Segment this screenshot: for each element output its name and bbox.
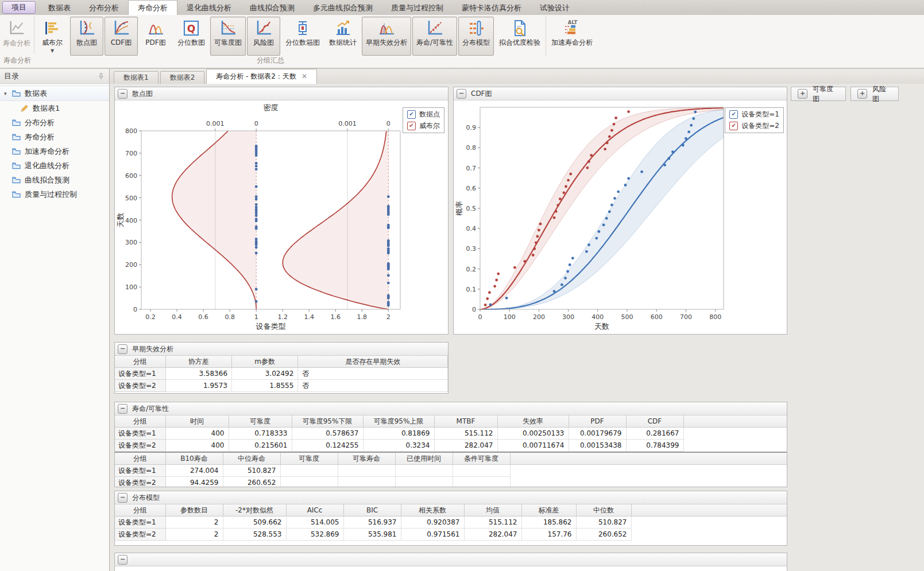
document-tab-1[interactable]: 数据表1 bbox=[114, 71, 158, 84]
menu-tab-2[interactable]: 分布分析 bbox=[80, 1, 128, 15]
table-header-cell: 中位数 bbox=[576, 504, 631, 516]
collapse-button[interactable]: − bbox=[118, 89, 127, 99]
ribbon-button-label: 早期失效分析 bbox=[366, 38, 407, 48]
collapse-button[interactable]: − bbox=[118, 493, 127, 503]
life-rel-icon bbox=[426, 19, 444, 37]
menu-tab-3[interactable]: 寿命分析 bbox=[128, 0, 177, 15]
close-tab-icon[interactable]: ✕ bbox=[301, 69, 307, 84]
risk-icon bbox=[254, 19, 273, 37]
sidebar-item-3[interactable]: 分布分析 bbox=[0, 115, 109, 130]
dropdown-caret-icon: ▼ bbox=[51, 49, 54, 53]
svg-text:1.8: 1.8 bbox=[357, 313, 368, 321]
document-tab-3[interactable]: 寿命分析 - 数据表2：天数✕ bbox=[206, 69, 317, 84]
cdf-panel: − CDF图 00.10.20.30.40.50.60.70.80.901002… bbox=[453, 87, 787, 335]
ribbon-button-reliability[interactable]: 可靠度图 bbox=[210, 17, 246, 56]
menu-tab-4[interactable]: 退化曲线分析 bbox=[177, 1, 241, 15]
sidebar-item-8[interactable]: 质量与过程控制 bbox=[0, 187, 109, 201]
dist-model-title: 分布模型 bbox=[132, 493, 160, 503]
ribbon-button-stats[interactable]: 数据统计 bbox=[325, 17, 361, 56]
svg-text:0.8: 0.8 bbox=[225, 313, 235, 321]
sidebar-item-2[interactable]: 数据表1 bbox=[0, 101, 109, 115]
menu-tab-8[interactable]: 蒙特卡洛仿真分析 bbox=[453, 1, 531, 15]
table-header-cell: 相关系数 bbox=[401, 504, 464, 516]
ribbon-button-quantile-box[interactable]: 分位数箱图 bbox=[281, 17, 324, 56]
folder-icon bbox=[11, 161, 21, 170]
table-header-cell: 时间 bbox=[165, 415, 229, 428]
ribbon-button-scatter[interactable]: 散点图 bbox=[70, 17, 103, 56]
table-cell bbox=[395, 465, 453, 477]
ribbon-button-cdf[interactable]: CDF图 bbox=[105, 17, 138, 56]
collapse-button[interactable]: − bbox=[118, 555, 127, 565]
sidebar-item-label: 数据表 bbox=[25, 88, 47, 99]
collapse-button[interactable]: − bbox=[118, 404, 127, 414]
ribbon-button-weibull[interactable]: 威布尔▼ bbox=[36, 17, 69, 56]
table-cell: 515.112 bbox=[434, 428, 497, 440]
expand-button[interactable]: + bbox=[798, 89, 807, 99]
ribbon-button-early-failure[interactable]: 早期失效分析 bbox=[362, 17, 411, 56]
table-header-cell: 可靠度 bbox=[229, 415, 292, 428]
svg-text:1.6: 1.6 bbox=[331, 313, 341, 321]
sidebar-item-label: 分布分析 bbox=[25, 118, 55, 128]
ribbon-button-pdf[interactable]: PDF图 bbox=[139, 17, 172, 56]
table-row: 设备类型=294.4259260.652 bbox=[115, 477, 787, 487]
scatter-panel: − 散点图 0.00100.00100100200300400500600700… bbox=[114, 87, 449, 335]
table-header-cell: 条件可靠度 bbox=[453, 452, 510, 465]
table-header-cell: CDF bbox=[626, 415, 683, 428]
menu-tab-1[interactable]: 数据表 bbox=[39, 1, 80, 15]
svg-text:200: 200 bbox=[125, 261, 137, 269]
ribbon-button-label: 数据统计 bbox=[329, 38, 357, 48]
ribbon-group-divider bbox=[546, 17, 546, 56]
risk-plot-collapsed[interactable]: + 风险图 bbox=[850, 87, 899, 101]
early-failure-icon bbox=[377, 19, 396, 37]
life-analysis-big-button[interactable]: 寿命分析 bbox=[1, 17, 33, 56]
folder-icon bbox=[11, 190, 21, 199]
sidebar-item-7[interactable]: 曲线拟合预测 bbox=[0, 173, 109, 187]
cdf-icon bbox=[112, 19, 130, 37]
ribbon-button-dist-model[interactable]: 分布模型 bbox=[458, 17, 494, 56]
ribbon-button-life-rel[interactable]: 寿命/可靠性 bbox=[412, 17, 457, 56]
ribbon-button-risk[interactable]: 风险图 bbox=[247, 17, 280, 56]
reliability-plot-collapsed[interactable]: + 可靠度图 bbox=[791, 87, 846, 101]
table-cell: 0.718333 bbox=[229, 428, 292, 440]
risk-plot-label: 风险图 bbox=[872, 84, 892, 104]
sidebar-item-4[interactable]: 寿命分析 bbox=[0, 130, 109, 144]
table-cell: 94.4259 bbox=[165, 477, 223, 487]
ribbon-footer: 寿命分析 分组汇总 bbox=[0, 56, 924, 66]
ribbon-button-alt[interactable]: ALT加速寿命分析 bbox=[547, 17, 597, 56]
collapse-button[interactable]: − bbox=[457, 89, 466, 99]
table-header-cell: 参数数目 bbox=[165, 504, 223, 516]
svg-text:0.4: 0.4 bbox=[466, 225, 477, 232]
goodness-icon bbox=[511, 19, 529, 37]
quantile-box-icon bbox=[293, 19, 312, 37]
sidebar-item-1[interactable]: ▾数据表 bbox=[0, 86, 109, 101]
legend-checkbox[interactable]: ✔ bbox=[407, 110, 416, 119]
sidebar-item-5[interactable]: 加速寿命分析 bbox=[0, 144, 109, 158]
ribbon-button-goodness[interactable]: 拟合优度检验 bbox=[495, 17, 544, 56]
table-cell: 3.02492 bbox=[232, 368, 298, 380]
table-header-cell: 分组 bbox=[115, 452, 165, 465]
scatter-legend: ✔数据点✔威布尔 bbox=[403, 107, 444, 133]
legend-checkbox[interactable]: ✔ bbox=[407, 122, 416, 130]
document-tab-2[interactable]: 数据表2 bbox=[160, 71, 205, 84]
legend-checkbox[interactable]: ✔ bbox=[729, 122, 738, 130]
menu-tab-6[interactable]: 多元曲线拟合预测 bbox=[304, 1, 382, 15]
tree-expand-caret-icon[interactable]: ▾ bbox=[4, 91, 11, 96]
menu-tab-5[interactable]: 曲线拟合预测 bbox=[241, 1, 304, 15]
expand-button[interactable]: + bbox=[857, 89, 867, 99]
table-cell: 535.981 bbox=[343, 529, 401, 541]
table-cell: 509.662 bbox=[223, 516, 286, 529]
table-cell: 400 bbox=[165, 440, 229, 452]
legend-checkbox[interactable]: ✔ bbox=[729, 110, 738, 119]
collapse-button[interactable]: − bbox=[118, 344, 127, 354]
table-header-cell: 分组 bbox=[115, 504, 165, 516]
project-menu-button[interactable]: 项目 bbox=[2, 1, 36, 14]
ribbon-button-label: 分布模型 bbox=[462, 38, 490, 48]
menu-tab-7[interactable]: 质量与过程控制 bbox=[382, 1, 453, 15]
pin-icon[interactable] bbox=[97, 72, 105, 80]
ribbon-button-quantile[interactable]: Q分位数图 bbox=[173, 17, 209, 56]
svg-text:1: 1 bbox=[254, 313, 258, 321]
svg-text:100: 100 bbox=[504, 313, 516, 321]
sidebar-item-6[interactable]: 退化曲线分析 bbox=[0, 158, 109, 173]
table-cell: 设备类型=2 bbox=[115, 477, 165, 487]
menu-tab-9[interactable]: 试验设计 bbox=[531, 1, 579, 15]
